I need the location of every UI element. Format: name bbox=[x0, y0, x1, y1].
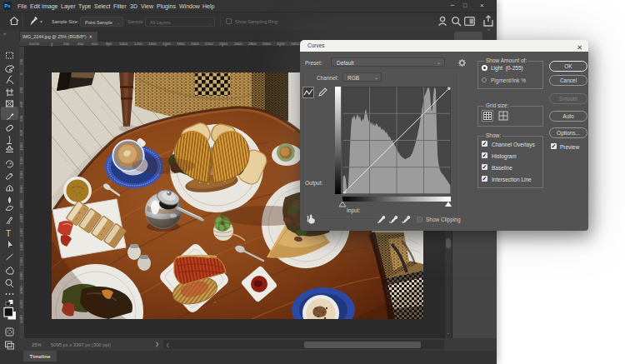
svg-text:400: 400 bbox=[78, 42, 84, 46]
svg-text:1800: 1800 bbox=[177, 42, 185, 46]
svg-text:800: 800 bbox=[19, 129, 23, 136]
svg-text:2800: 2800 bbox=[19, 272, 23, 280]
svg-text:2000: 2000 bbox=[19, 214, 23, 222]
svg-text:T: T bbox=[6, 229, 11, 238]
svg-text:2200: 2200 bbox=[205, 42, 213, 46]
svg-text:3200: 3200 bbox=[277, 42, 285, 46]
svg-text:3400: 3400 bbox=[291, 42, 299, 46]
svg-text:2400: 2400 bbox=[19, 242, 23, 251]
svg-text:2800: 2800 bbox=[248, 42, 257, 46]
svg-text:3000: 3000 bbox=[262, 42, 271, 46]
svg-text:1600: 1600 bbox=[19, 185, 23, 193]
svg-text:1600: 1600 bbox=[162, 42, 171, 46]
svg-text:0: 0 bbox=[19, 72, 23, 75]
svg-text:2000: 2000 bbox=[191, 42, 199, 46]
svg-text:2600: 2600 bbox=[234, 42, 242, 46]
svg-text:2400: 2400 bbox=[219, 42, 228, 46]
svg-text:1400: 1400 bbox=[148, 42, 157, 46]
svg-text:600: 600 bbox=[19, 115, 23, 122]
svg-text:800: 800 bbox=[106, 42, 112, 46]
svg-text:200: 200 bbox=[33, 42, 40, 46]
svg-text:200: 200 bbox=[63, 42, 70, 46]
svg-text:2600: 2600 bbox=[19, 257, 23, 266]
svg-text:3400: 3400 bbox=[19, 315, 23, 323]
svg-text:1400: 1400 bbox=[19, 171, 23, 179]
svg-text:200: 200 bbox=[19, 87, 23, 93]
svg-text:3000: 3000 bbox=[19, 286, 23, 294]
svg-text:400: 400 bbox=[19, 101, 23, 107]
svg-text:1000: 1000 bbox=[119, 42, 128, 46]
svg-text:1800: 1800 bbox=[19, 200, 23, 208]
svg-text:1200: 1200 bbox=[134, 42, 142, 46]
svg-text:1000: 1000 bbox=[19, 142, 23, 151]
svg-text:200: 200 bbox=[19, 58, 23, 65]
svg-text:2200: 2200 bbox=[19, 228, 23, 237]
svg-text:3200: 3200 bbox=[19, 300, 23, 308]
svg-text:600: 600 bbox=[92, 42, 98, 46]
svg-text:1200: 1200 bbox=[19, 157, 23, 165]
